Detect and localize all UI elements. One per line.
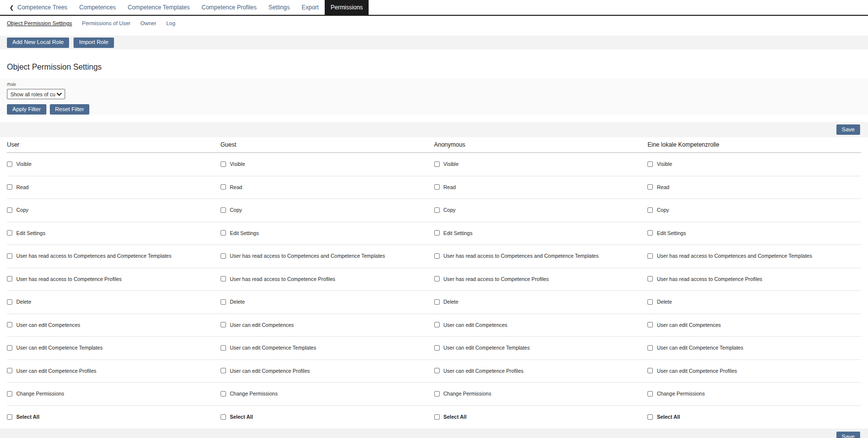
- reset-filter-button[interactable]: Reset Filter: [50, 104, 90, 115]
- tab-competence-templates[interactable]: Competence Templates: [122, 0, 196, 15]
- permission-option-eine-lokale-kompetenzrolle-edit-settings[interactable]: Edit Settings: [647, 230, 686, 236]
- permission-option-guest-select-all[interactable]: Select All: [221, 414, 253, 420]
- import-role-button[interactable]: Import Role: [74, 38, 113, 48]
- checkbox-user-user-can-edit-competence-profiles[interactable]: [7, 368, 12, 373]
- checkbox-anonymous-edit-settings[interactable]: [434, 230, 440, 236]
- checkbox-anonymous-user-has-read-access-to-competences-and-competence-templates[interactable]: [434, 253, 440, 259]
- permission-option-guest-copy[interactable]: Copy: [221, 207, 242, 213]
- checkbox-eine-lokale-kompetenzrolle-read[interactable]: [647, 184, 653, 190]
- permission-option-user-user-has-read-access-to-competence-profiles[interactable]: User has read access to Competence Profi…: [7, 276, 122, 282]
- role-select[interactable]: Show all roles of cu: [7, 89, 65, 99]
- checkbox-eine-lokale-kompetenzrolle-user-has-read-access-to-competence-profiles[interactable]: [647, 276, 653, 281]
- permission-option-guest-change-permissions[interactable]: Change Permissions: [221, 391, 278, 397]
- checkbox-eine-lokale-kompetenzrolle-edit-settings[interactable]: [647, 230, 653, 236]
- permission-option-eine-lokale-kompetenzrolle-visible[interactable]: Visible: [647, 161, 672, 167]
- permission-option-anonymous-read[interactable]: Read: [434, 184, 456, 190]
- permission-option-user-select-all[interactable]: Select All: [7, 414, 39, 420]
- checkbox-guest-user-can-edit-competence-templates[interactable]: [221, 345, 226, 351]
- checkbox-user-change-permissions[interactable]: [7, 391, 12, 397]
- checkbox-guest-change-permissions[interactable]: [221, 391, 226, 397]
- permission-option-anonymous-user-has-read-access-to-competence-profiles[interactable]: User has read access to Competence Profi…: [434, 276, 549, 282]
- checkbox-eine-lokale-kompetenzrolle-change-permissions[interactable]: [647, 391, 653, 397]
- permission-option-anonymous-delete[interactable]: Delete: [434, 299, 458, 305]
- permission-option-eine-lokale-kompetenzrolle-user-can-edit-competence-templates[interactable]: User can edit Competence Templates: [647, 345, 743, 351]
- permission-option-eine-lokale-kompetenzrolle-delete[interactable]: Delete: [647, 299, 672, 305]
- permission-option-user-user-can-edit-competence-profiles[interactable]: User can edit Competence Profiles: [7, 368, 96, 374]
- checkbox-eine-lokale-kompetenzrolle-visible[interactable]: [647, 161, 653, 167]
- checkbox-guest-user-can-edit-competences[interactable]: [221, 322, 226, 327]
- permission-option-guest-delete[interactable]: Delete: [221, 299, 245, 305]
- checkbox-user-user-has-read-access-to-competences-and-competence-templates[interactable]: [7, 253, 12, 259]
- tab-competence-profiles[interactable]: Competence Profiles: [196, 0, 263, 15]
- checkbox-guest-user-can-edit-competence-profiles[interactable]: [221, 368, 226, 373]
- save-button-top[interactable]: Save: [836, 124, 860, 135]
- checkbox-eine-lokale-kompetenzrolle-delete[interactable]: [647, 299, 653, 305]
- permission-option-eine-lokale-kompetenzrolle-change-permissions[interactable]: Change Permissions: [647, 391, 705, 397]
- permission-option-user-edit-settings[interactable]: Edit Settings: [7, 230, 45, 236]
- checkbox-eine-lokale-kompetenzrolle-copy[interactable]: [647, 207, 653, 213]
- subtab-object-permission-settings[interactable]: Object Permission Settings: [7, 20, 72, 26]
- add-new-local-role-button[interactable]: Add New Local Role: [7, 38, 69, 48]
- checkbox-user-delete[interactable]: [7, 299, 12, 305]
- checkbox-user-edit-settings[interactable]: [7, 230, 12, 236]
- permission-option-eine-lokale-kompetenzrolle-user-has-read-access-to-competences-and-competence-templates[interactable]: User has read access to Competences and …: [647, 253, 812, 259]
- permission-option-guest-edit-settings[interactable]: Edit Settings: [221, 230, 259, 236]
- checkbox-guest-copy[interactable]: [221, 207, 226, 213]
- checkbox-anonymous-user-can-edit-competences[interactable]: [434, 322, 440, 327]
- checkbox-anonymous-read[interactable]: [434, 184, 440, 190]
- permission-option-anonymous-visible[interactable]: Visible: [434, 161, 459, 167]
- checkbox-user-visible[interactable]: [7, 161, 12, 167]
- permission-option-user-visible[interactable]: Visible: [7, 161, 32, 167]
- checkbox-user-read[interactable]: [7, 184, 12, 190]
- save-button-bottom[interactable]: Save: [836, 432, 860, 438]
- checkbox-anonymous-user-can-edit-competence-templates[interactable]: [434, 345, 440, 351]
- checkbox-guest-read[interactable]: [221, 184, 226, 190]
- permission-option-anonymous-change-permissions[interactable]: Change Permissions: [434, 391, 491, 397]
- checkbox-guest-edit-settings[interactable]: [221, 230, 226, 236]
- checkbox-guest-user-has-read-access-to-competences-and-competence-templates[interactable]: [221, 253, 226, 259]
- permission-option-user-read[interactable]: Read: [7, 184, 29, 190]
- permission-option-guest-user-has-read-access-to-competences-and-competence-templates[interactable]: User has read access to Competences and …: [221, 253, 385, 259]
- tab-competence-trees[interactable]: ❮Competence Trees: [3, 0, 74, 15]
- subtab-owner[interactable]: Owner: [140, 20, 156, 26]
- permission-option-anonymous-copy[interactable]: Copy: [434, 207, 456, 213]
- permission-option-user-user-can-edit-competence-templates[interactable]: User can edit Competence Templates: [7, 345, 103, 351]
- permission-option-user-user-has-read-access-to-competences-and-competence-templates[interactable]: User has read access to Competences and …: [7, 253, 171, 259]
- checkbox-anonymous-user-can-edit-competence-profiles[interactable]: [434, 368, 440, 373]
- checkbox-user-copy[interactable]: [7, 207, 12, 213]
- permission-option-anonymous-user-can-edit-competences[interactable]: User can edit Competences: [434, 322, 508, 328]
- permission-option-anonymous-user-can-edit-competence-templates[interactable]: User can edit Competence Templates: [434, 345, 530, 351]
- permission-option-user-copy[interactable]: Copy: [7, 207, 29, 213]
- checkbox-anonymous-visible[interactable]: [434, 161, 440, 167]
- checkbox-guest-visible[interactable]: [221, 161, 226, 167]
- permission-option-eine-lokale-kompetenzrolle-read[interactable]: Read: [647, 184, 669, 190]
- tab-permissions[interactable]: Permissions: [325, 0, 369, 15]
- permission-option-user-delete[interactable]: Delete: [7, 299, 31, 305]
- checkbox-user-user-has-read-access-to-competence-profiles[interactable]: [7, 276, 12, 281]
- checkbox-user-user-can-edit-competences[interactable]: [7, 322, 12, 327]
- permission-option-anonymous-user-has-read-access-to-competences-and-competence-templates[interactable]: User has read access to Competences and …: [434, 253, 599, 259]
- checkbox-anonymous-change-permissions[interactable]: [434, 391, 440, 397]
- permission-option-eine-lokale-kompetenzrolle-user-can-edit-competences[interactable]: User can edit Competences: [647, 322, 721, 328]
- permission-option-eine-lokale-kompetenzrolle-user-can-edit-competence-profiles[interactable]: User can edit Competence Profiles: [647, 368, 737, 374]
- permission-option-guest-user-can-edit-competence-profiles[interactable]: User can edit Competence Profiles: [221, 368, 310, 374]
- permission-option-eine-lokale-kompetenzrolle-user-has-read-access-to-competence-profiles[interactable]: User has read access to Competence Profi…: [647, 276, 762, 282]
- permission-option-guest-visible[interactable]: Visible: [221, 161, 245, 167]
- permission-option-eine-lokale-kompetenzrolle-copy[interactable]: Copy: [647, 207, 669, 213]
- checkbox-anonymous-user-has-read-access-to-competence-profiles[interactable]: [434, 276, 440, 281]
- permission-option-user-change-permissions[interactable]: Change Permissions: [7, 391, 64, 397]
- apply-filter-button[interactable]: Apply Filter: [7, 104, 46, 115]
- tab-competences[interactable]: Competences: [74, 0, 122, 15]
- checkbox-anonymous-copy[interactable]: [434, 207, 440, 213]
- permission-option-user-user-can-edit-competences[interactable]: User can edit Competences: [7, 322, 80, 328]
- checkbox-guest-select-all[interactable]: [221, 414, 226, 420]
- tab-export[interactable]: Export: [296, 0, 325, 15]
- permission-option-guest-user-has-read-access-to-competence-profiles[interactable]: User has read access to Competence Profi…: [221, 276, 336, 282]
- checkbox-eine-lokale-kompetenzrolle-select-all[interactable]: [647, 414, 653, 420]
- checkbox-eine-lokale-kompetenzrolle-user-can-edit-competence-templates[interactable]: [647, 345, 653, 351]
- checkbox-user-select-all[interactable]: [7, 414, 12, 420]
- checkbox-user-user-can-edit-competence-templates[interactable]: [7, 345, 12, 351]
- permission-option-guest-read[interactable]: Read: [221, 184, 242, 190]
- permission-option-guest-user-can-edit-competences[interactable]: User can edit Competences: [221, 322, 294, 328]
- tab-settings[interactable]: Settings: [263, 0, 296, 15]
